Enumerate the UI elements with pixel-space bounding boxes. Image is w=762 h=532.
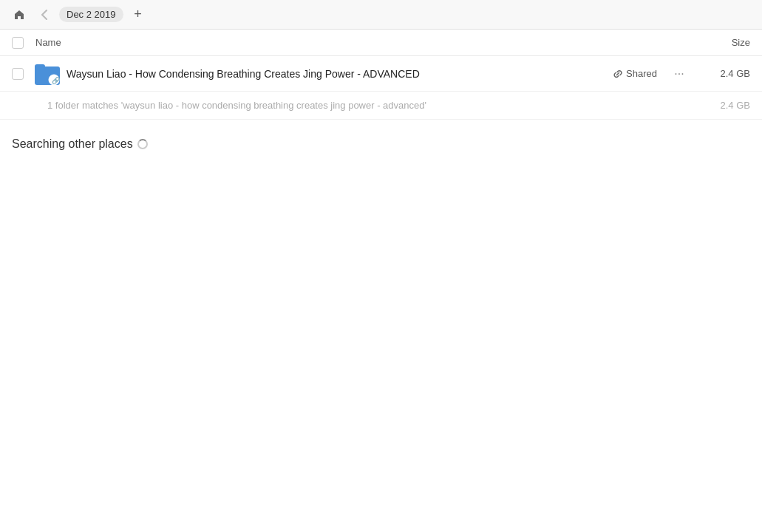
file-row[interactable]: 🔗 Waysun Liao - How Condensing Breathing…: [0, 56, 762, 92]
svg-rect-1: [35, 64, 45, 70]
searching-section: Searching other places: [0, 120, 762, 157]
match-row: 1 folder matches 'waysun liao - how cond…: [0, 92, 762, 120]
match-row-text: 1 folder matches 'waysun liao - how cond…: [47, 100, 698, 111]
svg-text:🔗: 🔗: [52, 76, 61, 85]
searching-title: Searching other places: [12, 137, 750, 151]
match-row-size: 2.4 GB: [698, 100, 750, 111]
folder-icon-container: 🔗: [35, 62, 59, 86]
select-all-checkbox-container[interactable]: [12, 37, 35, 49]
select-all-checkbox[interactable]: [12, 37, 24, 49]
shared-label: Shared: [626, 68, 657, 79]
link-icon: [613, 69, 623, 79]
column-size-header: Size: [691, 37, 750, 48]
more-options-button[interactable]: ···: [669, 64, 690, 84]
file-name: Waysun Liao - How Condensing Breathing C…: [67, 68, 613, 80]
searching-title-text: Searching other places: [12, 137, 133, 151]
home-button[interactable]: [9, 4, 30, 25]
column-headers: Name Size: [0, 30, 762, 56]
folder-icon: 🔗: [35, 63, 60, 85]
breadcrumb[interactable]: Dec 2 2019: [59, 7, 123, 22]
file-row-checkbox-container[interactable]: [12, 68, 35, 80]
file-size: 2.4 GB: [698, 68, 750, 79]
column-name-header: Name: [35, 37, 691, 48]
loading-spinner: [137, 139, 148, 149]
add-button[interactable]: +: [129, 6, 147, 24]
back-nav-button[interactable]: [35, 6, 53, 24]
top-bar: Dec 2 2019 +: [0, 0, 762, 30]
file-checkbox[interactable]: [12, 68, 24, 80]
shared-badge: Shared: [613, 68, 657, 79]
